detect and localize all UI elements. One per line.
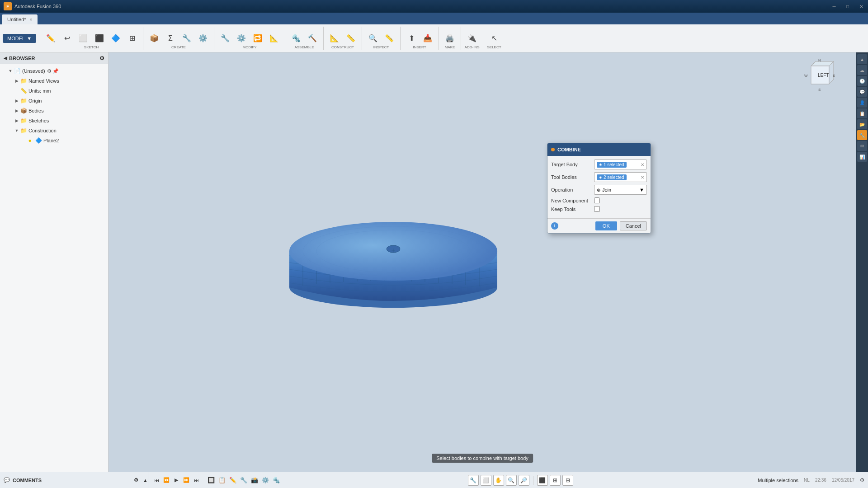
- tool-bodies-clear[interactable]: ✕: [641, 175, 644, 180]
- tree-item-root[interactable]: ▼ 📄 (Unsaved) ⚙ 📌: [0, 66, 108, 76]
- target-body-clear[interactable]: ✕: [641, 162, 644, 167]
- timeline-icon-4[interactable]: 🔧: [239, 475, 249, 485]
- root-gear-icon[interactable]: ⚙: [47, 68, 52, 74]
- view-cube[interactable]: LEFT S N W E: [802, 57, 838, 93]
- new-component-checkbox[interactable]: [594, 197, 600, 203]
- timeline-icon-6[interactable]: ⚙️: [260, 475, 270, 485]
- play-btn[interactable]: ▶: [172, 476, 181, 485]
- target-body-value: 1 selected: [604, 162, 624, 167]
- comments-settings-icon[interactable]: ⚙: [134, 477, 138, 483]
- timeline-icon-3[interactable]: ✏️: [228, 475, 238, 485]
- go-end-btn[interactable]: ⏭: [192, 476, 201, 485]
- create-sum-btn[interactable]: Σ: [162, 29, 179, 47]
- timeline-icon-5[interactable]: 📸: [250, 475, 259, 485]
- tree-item-units[interactable]: 📏 Units: mm: [0, 86, 108, 96]
- create-btn-3[interactable]: 🔷: [108, 29, 124, 47]
- document-tab[interactable]: Untitled* ×: [2, 14, 38, 24]
- modify-btn-3[interactable]: 🔁: [250, 29, 266, 47]
- keep-tools-checkbox[interactable]: [594, 206, 600, 212]
- insert-btn-1[interactable]: ⬆: [403, 29, 420, 47]
- tree-item-construction[interactable]: ▼ 📁 Construction: [0, 126, 108, 136]
- modify-btn-4[interactable]: 📐: [266, 29, 282, 47]
- step-fwd-btn[interactable]: ⏩: [182, 476, 191, 485]
- create-tool-btn[interactable]: 🔧: [179, 29, 195, 47]
- tree-item-bodies[interactable]: ▶ 📦 Bodies: [0, 106, 108, 116]
- browser-settings-icon[interactable]: ⚙: [99, 55, 104, 61]
- right-btn-2[interactable]: ☁: [857, 65, 867, 75]
- step-back-btn[interactable]: ⏪: [162, 476, 171, 485]
- create-btn-2[interactable]: ⬛: [91, 29, 108, 47]
- expand-icon-units: [14, 88, 20, 94]
- settings-gear-icon[interactable]: ⚙: [860, 477, 864, 483]
- right-btn-4[interactable]: 💬: [857, 87, 867, 97]
- ok-button[interactable]: OK: [595, 221, 617, 230]
- modify-btn-1[interactable]: 🔧: [217, 29, 233, 47]
- create-btn-4[interactable]: ⊞: [124, 29, 140, 47]
- insert-btn-2[interactable]: 📥: [420, 29, 436, 47]
- bottom-tool-1[interactable]: 🔧: [468, 475, 479, 486]
- root-pin-icon[interactable]: 📌: [52, 68, 59, 74]
- comments-expand-icon[interactable]: ▲: [143, 478, 148, 483]
- create-btn-1[interactable]: ⬜: [75, 29, 91, 47]
- bottom-tool-5[interactable]: 🔎: [519, 475, 529, 486]
- tool-bodies-field[interactable]: ◈ 2 selected ✕: [594, 172, 647, 182]
- bottom-tool-3[interactable]: ✋: [493, 475, 504, 486]
- assemble-btn-1[interactable]: 🔩: [288, 29, 304, 47]
- right-btn-7[interactable]: 📂: [857, 119, 867, 129]
- construct-btn-2[interactable]: 📏: [343, 29, 359, 47]
- bottom-tool-8[interactable]: ⊟: [562, 475, 573, 486]
- create-box-btn[interactable]: 📦: [146, 29, 162, 47]
- inspect-btn-1[interactable]: 🔍: [365, 29, 381, 47]
- sketches-icon: 📁: [20, 117, 27, 124]
- right-btn-9[interactable]: ✉: [857, 141, 867, 151]
- browser-collapse-btn[interactable]: ◀: [4, 56, 7, 61]
- minimize-button[interactable]: ─: [827, 0, 841, 13]
- sketch-btn-1[interactable]: ✏️: [42, 29, 59, 47]
- tree-item-plane2[interactable]: ● 🔷 Plane2: [0, 136, 108, 145]
- assemble-btn-2[interactable]: 🔨: [304, 29, 321, 47]
- toolbar-group-create: 📦 Σ 🔧 ⚙️ CREATE: [143, 27, 214, 50]
- close-button[interactable]: ✕: [854, 0, 868, 13]
- right-btn-6[interactable]: 📋: [857, 108, 867, 118]
- select-btn-1[interactable]: ↖: [486, 29, 502, 47]
- make-btn-1[interactable]: 🖨️: [442, 29, 458, 47]
- bottom-tool-2[interactable]: ⬜: [481, 475, 491, 486]
- right-btn-1[interactable]: ▲: [857, 54, 867, 64]
- timeline-icon-7[interactable]: 🔩: [271, 475, 281, 485]
- info-icon[interactable]: i: [551, 222, 558, 230]
- viewport[interactable]: LEFT S N W E: [108, 52, 856, 472]
- plane2-icon: ●: [26, 137, 33, 144]
- tool-bodies-row: Tool Bodies ◈ 2 selected ✕: [551, 172, 647, 182]
- tab-close-button[interactable]: ×: [30, 17, 33, 22]
- timeline-icon-1[interactable]: 🔲: [206, 475, 216, 485]
- modify-btn-2[interactable]: ⚙️: [233, 29, 250, 47]
- bottom-tool-7[interactable]: ⊞: [550, 475, 561, 486]
- right-btn-3[interactable]: 🕐: [857, 76, 867, 86]
- timeline-icon-2[interactable]: 📋: [217, 475, 227, 485]
- target-body-field[interactable]: ◈ 1 selected ✕: [594, 160, 647, 169]
- create-gear-btn[interactable]: ⚙️: [195, 29, 211, 47]
- browser-tree: ▼ 📄 (Unsaved) ⚙ 📌 ▶ 📁 Named Views 📏 Unit…: [0, 64, 108, 472]
- tree-item-named-views[interactable]: ▶ 📁 Named Views: [0, 76, 108, 86]
- cancel-button[interactable]: Cancel: [620, 221, 647, 230]
- bottom-tool-4[interactable]: 🔍: [506, 475, 517, 486]
- bottom-tool-6[interactable]: ⬛: [537, 475, 548, 486]
- addins-btn-1[interactable]: 🔌: [464, 29, 480, 47]
- maximize-button[interactable]: □: [841, 0, 854, 13]
- model-dropdown[interactable]: MODEL ▼: [3, 34, 36, 43]
- tree-item-origin[interactable]: ▶ 📁 Origin: [0, 96, 108, 106]
- right-btn-8-active[interactable]: 🔧: [857, 130, 867, 140]
- right-btn-10[interactable]: 📊: [857, 152, 867, 162]
- go-start-btn[interactable]: ⏮: [152, 476, 161, 485]
- bottom-bar: 💬 COMMENTS ⚙ ▲ ⏮ ⏪ ▶ ⏩ ⏭ 🔲 📋 ✏️ 🔧 📸 ⚙️ 🔩…: [0, 472, 868, 488]
- bodies-icon: 📦: [20, 107, 27, 114]
- inspect-btn-2[interactable]: 📏: [381, 29, 397, 47]
- target-body-label: Target Body: [551, 162, 594, 167]
- undo-btn[interactable]: ↩: [59, 29, 75, 47]
- combine-dialog-header[interactable]: COMBINE: [547, 143, 651, 156]
- tree-item-sketches[interactable]: ▶ 📁 Sketches: [0, 116, 108, 126]
- operation-select[interactable]: ⊕ Join ▼: [594, 185, 647, 195]
- construct-btn-1[interactable]: 📐: [326, 29, 343, 47]
- comments-section[interactable]: 💬 COMMENTS ⚙ ▲: [4, 472, 148, 488]
- right-btn-5[interactable]: 👤: [857, 98, 867, 108]
